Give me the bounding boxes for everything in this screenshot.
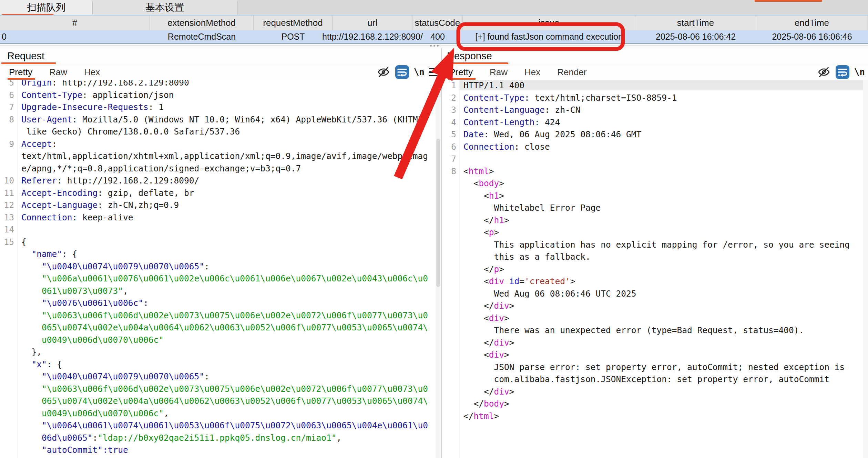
response-subtab-bar: PrettyRawHexRender: [442, 64, 868, 80]
code-line: "\u006a\u0061\u0076\u0061\u002e\u006c\u0…: [0, 272, 441, 285]
response-editor[interactable]: 1HTTP/1.1 4002Content-Type: text/html;ch…: [442, 80, 868, 458]
code-line: <div>: [442, 349, 868, 361]
row-cell-url[interactable]: http://192.168.2.129:8090/: [333, 30, 412, 43]
header-cell-endTime[interactable]: endTime: [756, 16, 868, 30]
code-line: 6Connection: close: [442, 141, 868, 153]
request-tab-hex[interactable]: Hex: [84, 64, 100, 80]
row-cell-startTime[interactable]: 2025-08-06 16:06:42: [635, 30, 756, 43]
tab-separator: [92, 1, 93, 14]
newline-icon[interactable]: \n: [854, 67, 865, 77]
row-cell-endTime[interactable]: 2025-08-06 16:06:46: [756, 30, 868, 43]
row-cell-statusCode[interactable]: 400: [412, 30, 463, 43]
row-cell-issue[interactable]: [+] found fastJson command execution: [463, 30, 635, 43]
code-line: <div>: [442, 312, 868, 325]
main-tab-bar: 扫描队列 基本设置: [0, 0, 868, 16]
code-line: 10Referer: http://192.168.2.129:8090/: [0, 175, 441, 187]
code-line: u0049\u006d\u0070\u006c": [0, 334, 441, 346]
code-line: </p>: [442, 263, 868, 276]
request-editor[interactable]: 5Origin: http://192.168.2.129:80906Conte…: [0, 80, 441, 458]
code-line: </div>: [442, 386, 868, 398]
code-line: "x": {: [0, 358, 441, 371]
code-line: 061\u0073\u0073",: [0, 285, 441, 297]
code-line: 065\u0074\u002e\u004a\u0064\u0062\u0063\…: [0, 321, 441, 334]
code-line: "\u0064\u0061\u0074\u0061\u0053\u006f\u0…: [0, 419, 441, 432]
line-number: 5: [442, 129, 459, 139]
tab-scan-queue[interactable]: 扫描队列: [0, 0, 92, 15]
response-scrollbar[interactable]: [863, 80, 868, 458]
response-tab-pretty[interactable]: Pretty: [449, 64, 473, 80]
tab-basic-settings[interactable]: 基本设置: [92, 0, 237, 15]
header-cell-#[interactable]: #: [0, 16, 150, 30]
response-tab-raw[interactable]: Raw: [490, 64, 508, 80]
line-number: 8: [442, 166, 459, 176]
response-tab-render[interactable]: Render: [557, 64, 586, 80]
code-line: }: [0, 456, 441, 458]
row-cell-requestMethod[interactable]: POST: [254, 30, 333, 43]
response-panel: Response PrettyRawHexRender \n 1HTTP/1.1…: [442, 48, 868, 458]
code-line: like Gecko) Chrome/138.0.0.0 Safari/537.…: [0, 126, 441, 138]
request-scrollbar[interactable]: [436, 80, 441, 458]
code-line: Wed Aug 06 08:06:46 UTC 2025: [442, 288, 868, 300]
wrap-icon[interactable]: [395, 65, 409, 79]
line-number: 7: [0, 102, 17, 112]
newline-icon[interactable]: \n: [414, 67, 425, 77]
code-line: "\u0076\u0061\u006c":: [0, 297, 441, 309]
code-line: "\u0040\u0074\u0079\u0070\u0065":: [0, 260, 441, 273]
code-line: "\u0063\u006f\u006d\u002e\u0073\u0075\u0…: [0, 383, 441, 395]
line-number: 11: [0, 188, 17, 198]
line-number: 1: [442, 80, 459, 90]
request-scrollbar-thumb[interactable]: [436, 139, 440, 287]
tab-separator: [237, 1, 237, 14]
code-line: <p>: [442, 226, 868, 239]
code-line: 12Accept-Language: zh-CN,zh;q=0.9: [0, 199, 441, 211]
response-panel-header: Response: [442, 48, 868, 64]
header-cell-statusCode[interactable]: statusCode: [412, 16, 463, 30]
code-line: "autoCommit":true: [0, 444, 441, 456]
line-number: 5: [0, 80, 17, 88]
line-number: 6: [442, 142, 459, 152]
row-cell-extensionMethod[interactable]: RemoteCmdScan: [150, 30, 254, 43]
request-panel-title: Request: [7, 50, 44, 62]
code-line: 1HTTP/1.1 400: [442, 80, 868, 92]
row-cell-#[interactable]: 0: [0, 30, 150, 43]
code-line: "name": {: [0, 248, 441, 260]
request-panel: Request PrettyRawHex \n 5Origin: http://…: [0, 48, 441, 458]
response-panel-title: Response: [447, 50, 492, 62]
request-editor-toolbar: \n: [377, 64, 439, 80]
code-line: 15{: [0, 236, 441, 248]
header-cell-requestMethod[interactable]: requestMethod: [254, 16, 333, 30]
scan-table-header: #extensionMethodrequestMethodurlstatusCo…: [0, 16, 868, 30]
code-line: 5Origin: http://192.168.2.129:8090: [0, 80, 441, 89]
header-cell-url[interactable]: url: [333, 16, 412, 30]
splitter-handle-dot: [437, 45, 439, 47]
request-tab-raw[interactable]: Raw: [49, 64, 67, 80]
line-number: 3: [442, 105, 459, 115]
header-cell-issue[interactable]: issue: [463, 16, 635, 30]
menu-icon[interactable]: [429, 68, 439, 76]
header-cell-extensionMethod[interactable]: extensionMethod: [150, 16, 254, 30]
code-line: 13Connection: keep-alive: [0, 211, 441, 224]
hide-icon[interactable]: [377, 65, 390, 79]
hide-icon[interactable]: [817, 65, 831, 79]
header-cell-startTime[interactable]: startTime: [635, 16, 756, 30]
wrap-icon[interactable]: [835, 65, 850, 79]
code-line: There was an unexpected error (type=Bad …: [442, 324, 868, 337]
splitter-handle-dot: [433, 45, 435, 47]
code-line: 7: [442, 153, 868, 165]
code-line: 2Content-Type: text/html;charset=ISO-885…: [442, 92, 868, 104]
code-line: 4Content-Length: 424: [442, 116, 868, 129]
code-line: <h1>: [442, 190, 868, 202]
response-tab-hex[interactable]: Hex: [524, 64, 540, 80]
code-line: 9Accept:: [0, 138, 441, 150]
line-number: 7: [442, 154, 459, 164]
tab-basic-settings-label: 基本设置: [145, 1, 184, 14]
code-line: 8<html>: [442, 165, 868, 178]
code-line: </body>: [442, 398, 868, 410]
code-line: This application has no explicit mapping…: [442, 239, 868, 251]
code-line: "\u0063\u006f\u006d\u002e\u0073\u0075\u0…: [0, 309, 441, 322]
request-tab-pretty[interactable]: Pretty: [9, 64, 32, 80]
scan-table-row[interactable]: 0RemoteCmdScanPOSThttp://192.168.2.129:8…: [0, 30, 868, 43]
code-line: </html>: [442, 410, 868, 422]
code-line: com.alibaba.fastjson.JSONException: set …: [442, 373, 868, 386]
top-right-orange-fragment: [755, 0, 822, 2]
